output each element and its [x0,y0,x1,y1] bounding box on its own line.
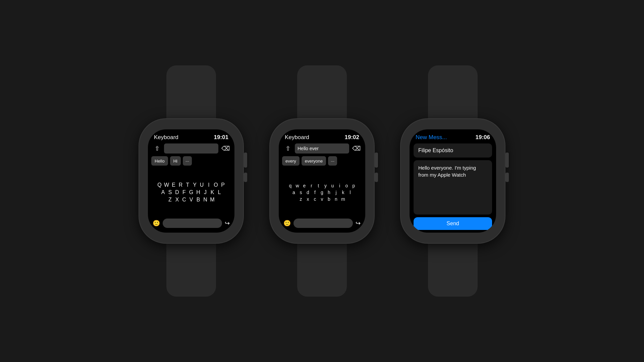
suggestions-row-1: Hello Hi ··· [148,156,234,168]
key-E[interactable]: E [171,182,177,188]
key-a[interactable]: a [291,190,297,195]
key-R[interactable]: R [178,182,184,188]
key-B[interactable]: B [195,197,201,203]
key-O[interactable]: O [213,182,219,188]
key-f[interactable]: f [312,190,318,195]
watch-side-btn-3 [505,173,509,182]
key-r[interactable]: r [309,183,315,188]
key-v[interactable]: v [319,196,325,202]
suggestion-hi[interactable]: Hi [170,156,181,166]
screen-header-2: Keyboard 19:02 [279,129,365,143]
key-q[interactable]: q [287,183,293,188]
key-h[interactable]: h [326,190,332,195]
input-text-2: Hello ever [298,146,319,151]
key-j[interactable]: j [333,190,339,195]
key-i[interactable]: i [337,183,343,188]
key-J[interactable]: J [202,189,208,195]
suggestion-everyone[interactable]: everyone [302,156,326,166]
key-x[interactable]: x [305,196,311,202]
band-top-2 [297,65,347,119]
key-V[interactable]: V [188,197,194,203]
band-bottom-1 [166,243,216,297]
send-arrow-2[interactable]: ↪ [356,220,361,227]
keyboard-area-1: Q W E R T Y U I O P A S D F G H [148,168,234,217]
key-n[interactable]: n [333,196,339,202]
band-bottom-3 [428,243,478,297]
key-C[interactable]: C [181,197,187,203]
key-Y[interactable]: Y [192,182,198,188]
watch-2: Keyboard 19:02 ⇧ Hello ever ⌫ every [270,65,374,297]
shift-button-1[interactable]: ⇧ [152,143,162,154]
key-L[interactable]: L [216,189,222,195]
watch-screen-2: Keyboard 19:02 ⇧ Hello ever ⌫ every [279,129,365,233]
suggestion-more-2[interactable]: ··· [328,156,337,166]
send-arrow-1[interactable]: ↪ [225,220,230,227]
watch-body-1: Keyboard 19:01 ⇧ ⌫ Hello [139,119,243,243]
suggestion-more-1[interactable]: ··· [183,156,192,166]
key-o[interactable]: o [344,183,350,188]
key-g[interactable]: g [319,190,325,195]
band-bottom-2 [297,243,347,297]
watch-crown-2 [375,153,378,168]
watch-crown-3 [505,153,509,168]
screen-time-3: 19:06 [476,134,490,141]
key-I[interactable]: I [206,182,212,188]
key-N[interactable]: N [202,197,208,203]
send-label-3: Send [446,221,459,227]
key-s[interactable]: s [298,190,304,195]
key-d[interactable]: d [305,190,311,195]
emoji-button-1[interactable]: 🙂 [153,220,160,227]
key-u[interactable]: u [330,183,336,188]
key-m[interactable]: m [340,196,346,202]
watch-body-2: Keyboard 19:02 ⇧ Hello ever ⌫ every [270,119,374,243]
suggestion-every[interactable]: every [282,156,300,166]
watch-side-btn-2 [375,173,378,182]
spacebar-1[interactable] [163,219,222,228]
key-S[interactable]: S [167,189,173,195]
key-t[interactable]: t [316,183,322,188]
key-y[interactable]: y [323,183,329,188]
emoji-button-2[interactable]: 🙂 [283,220,291,227]
key-F[interactable]: F [181,189,187,195]
shift-button-2[interactable]: ⇧ [283,143,293,154]
send-button-3[interactable]: Send [414,217,492,230]
watch-3: New Mess... 19:06 Filipe Espósito Hello … [401,65,505,297]
key-H[interactable]: H [195,189,201,195]
contact-name-3: Filipe Espósito [418,147,453,153]
key-Q[interactable]: Q [157,182,163,188]
key-X[interactable]: X [174,197,180,203]
text-input-2[interactable]: Hello ever [295,143,349,154]
suggestion-hello[interactable]: Hello [151,156,168,166]
key-c[interactable]: c [312,196,318,202]
key-k[interactable]: k [340,190,346,195]
key-row-1-1: Q W E R T Y U I O P [157,182,226,188]
key-w[interactable]: w [294,183,301,188]
key-Z[interactable]: Z [167,197,173,203]
key-l[interactable]: l [347,190,353,195]
key-U[interactable]: U [199,182,205,188]
watch-side-btn-1 [244,173,247,182]
key-row-1-3: Z X C V B N M [167,197,215,203]
spacebar-2[interactable] [293,219,353,228]
key-W[interactable]: W [164,182,170,188]
input-row-1: ⇧ ⌫ [148,143,234,156]
key-p[interactable]: p [351,183,357,188]
key-P[interactable]: P [220,182,226,188]
shift-icon-2: ⇧ [285,145,290,152]
key-M[interactable]: M [209,197,215,203]
key-K[interactable]: K [209,189,215,195]
text-input-1[interactable] [164,143,218,154]
delete-button-1[interactable]: ⌫ [220,143,230,154]
watch-crown-1 [244,153,247,168]
keyboard-area-2: q w e r t y u i o p a s d f g h [279,168,365,217]
key-z[interactable]: z [298,196,304,202]
delete-button-2[interactable]: ⌫ [351,143,361,154]
key-T[interactable]: T [185,182,191,188]
key-D[interactable]: D [174,189,180,195]
key-b[interactable]: b [326,196,332,202]
bottom-bar-2: 🙂 ↪ [279,217,365,233]
screen-title-3: New Mess... [416,134,447,141]
key-e[interactable]: e [302,183,308,188]
key-A[interactable]: A [160,189,166,195]
key-G[interactable]: G [188,189,194,195]
